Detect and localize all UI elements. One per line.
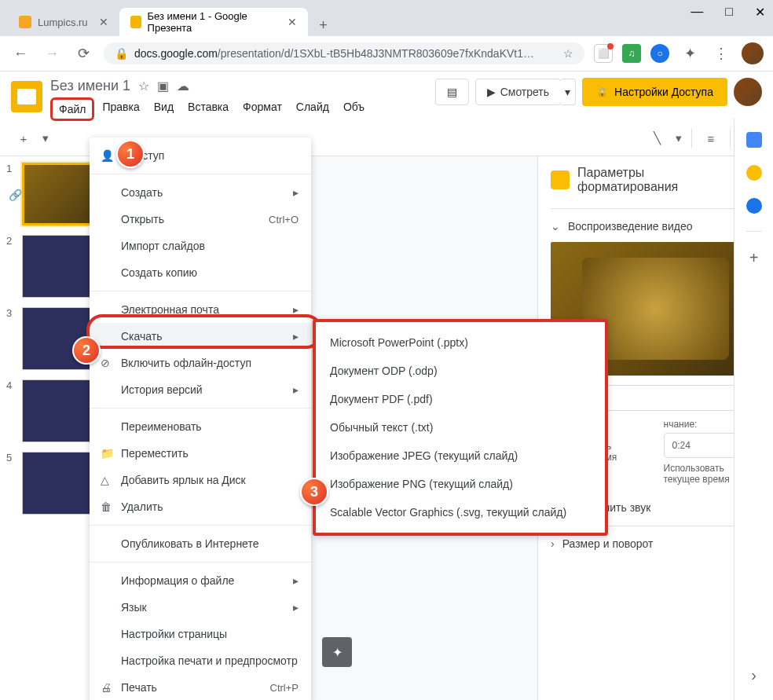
menu-insert[interactable]: Вставка bbox=[181, 97, 235, 121]
new-slide-button[interactable]: + bbox=[11, 126, 36, 151]
download-odp[interactable]: Документ ODP (.odp) bbox=[316, 357, 605, 385]
chevron-right-icon: › bbox=[551, 537, 555, 550]
slides-logo-icon[interactable] bbox=[11, 81, 42, 112]
menu-slide[interactable]: Слайд bbox=[290, 97, 335, 121]
slide-number: 3 bbox=[6, 307, 16, 370]
keep-app-icon[interactable] bbox=[746, 165, 762, 181]
nav-forward[interactable]: → bbox=[41, 42, 63, 64]
new-slide-dd[interactable]: ▾ bbox=[39, 126, 52, 151]
print-icon: 🖨 bbox=[101, 681, 112, 694]
menu-download[interactable]: Скачать▸ bbox=[90, 323, 311, 350]
annotation-badge-3: 3 bbox=[300, 478, 328, 506]
win-minimize[interactable]: — bbox=[691, 5, 703, 20]
menu-move[interactable]: 📁Переместить bbox=[90, 440, 311, 467]
win-close[interactable]: ✕ bbox=[755, 5, 765, 20]
tab-close-icon[interactable]: ✕ bbox=[99, 16, 108, 28]
arrow-icon: ▸ bbox=[293, 574, 299, 587]
present-dropdown[interactable]: ▾ bbox=[560, 79, 576, 105]
collapse-panel-icon[interactable]: › bbox=[751, 666, 757, 684]
menu-print-setup[interactable]: Настройка печати и предпросмотр bbox=[90, 647, 311, 674]
panel-title: Параметры форматирования bbox=[577, 166, 741, 194]
menu-rename[interactable]: Переименовать bbox=[90, 413, 311, 440]
explore-button[interactable]: ✦ bbox=[322, 637, 352, 667]
download-pdf[interactable]: Документ PDF (.pdf) bbox=[316, 385, 605, 413]
tab-close-icon[interactable]: ✕ bbox=[288, 16, 297, 28]
separator bbox=[691, 129, 692, 148]
menu-history[interactable]: История версий▸ bbox=[90, 376, 311, 403]
menu-delete[interactable]: 🗑Удалить bbox=[90, 493, 311, 520]
slides-header: Без имени 1 ☆ ▣ ☁ Файл Правка Вид Вставк… bbox=[0, 71, 773, 121]
browser-tab-strip: Lumpics.ru ✕ Без имени 1 - Google Презен… bbox=[0, 0, 773, 36]
line-dd[interactable]: ▾ bbox=[672, 126, 685, 151]
profile-avatar[interactable] bbox=[742, 42, 764, 64]
menu-make-copy[interactable]: Создать копию bbox=[90, 259, 311, 286]
section-label: Воспроизведение видео bbox=[568, 220, 692, 233]
menu-page-setup[interactable]: Настройки страницы bbox=[90, 621, 311, 647]
menu-open[interactable]: ОткрытьCtrl+O bbox=[90, 206, 311, 233]
shortcut: Ctrl+P bbox=[270, 682, 299, 694]
section-size-rotation[interactable]: › Размер и поворот bbox=[551, 537, 760, 550]
calendar-app-icon[interactable] bbox=[746, 132, 762, 148]
menu-import-slides[interactable]: Импорт слайдов bbox=[90, 233, 311, 259]
star-icon[interactable]: ☆ bbox=[138, 79, 149, 93]
lock-icon: 🔒 bbox=[596, 86, 608, 97]
section-video-playback[interactable]: ⌄ Воспроизведение видео bbox=[551, 220, 760, 233]
tab-lumpics[interactable]: Lumpics.ru ✕ bbox=[8, 8, 119, 36]
address-bar: ← → ⟳ 🔒 docs.google.com/presentation/d/1… bbox=[0, 36, 773, 71]
menu-create[interactable]: Создать▸ bbox=[90, 179, 311, 206]
bookmark-star-icon[interactable]: ☆ bbox=[563, 47, 573, 60]
menu-language[interactable]: Язык▸ bbox=[90, 594, 311, 621]
browser-menu-icon[interactable]: ⋮ bbox=[710, 42, 732, 64]
menu-edit[interactable]: Правка bbox=[96, 97, 145, 121]
menu-format[interactable]: Формат bbox=[236, 97, 288, 121]
document-title[interactable]: Без имени 1 bbox=[50, 78, 130, 94]
extension-3-icon[interactable]: ○ bbox=[650, 44, 669, 63]
win-maximize[interactable]: □ bbox=[725, 5, 733, 20]
menu-print[interactable]: 🖨ПечатьCtrl+P bbox=[90, 674, 311, 700]
slide-number: 4 bbox=[6, 379, 16, 442]
share-label: Настройки Доступа bbox=[614, 86, 713, 98]
menu-file[interactable]: Файл bbox=[50, 97, 94, 121]
favicon-lumpics bbox=[19, 16, 31, 28]
shortcut: Ctrl+O bbox=[269, 214, 299, 225]
account-avatar[interactable] bbox=[734, 78, 762, 106]
extension-2-icon[interactable]: ♫ bbox=[622, 44, 641, 63]
annotation-badge-1: 1 bbox=[116, 140, 145, 168]
present-button[interactable]: ▶ Смотреть bbox=[475, 79, 561, 105]
align-icon[interactable]: ≡ bbox=[698, 126, 724, 151]
menu-publish[interactable]: Опубликовать в Интернете bbox=[90, 530, 311, 557]
tasks-app-icon[interactable] bbox=[746, 198, 762, 214]
download-txt[interactable]: Обычный текст (.txt) bbox=[316, 413, 605, 442]
nav-back[interactable]: ← bbox=[9, 42, 31, 64]
file-menu-dropdown: 👤ь доступ Создать▸ ОткрытьCtrl+O Импорт … bbox=[90, 137, 311, 700]
menu-info[interactable]: Информация о файле▸ bbox=[90, 567, 311, 594]
share-icon: 👤 bbox=[101, 149, 114, 162]
download-jpeg[interactable]: Изображение JPEG (текущий слайд) bbox=[316, 442, 605, 470]
line-tool-icon[interactable]: ╲ bbox=[644, 126, 669, 151]
download-pptx[interactable]: Microsoft PowerPoint (.pptx) bbox=[316, 328, 605, 357]
nav-reload[interactable]: ⟳ bbox=[72, 42, 94, 64]
download-svg[interactable]: Scalable Vector Graphics (.svg, текущий … bbox=[316, 498, 605, 526]
drive-icon: △ bbox=[101, 474, 109, 486]
side-app-bar: + › bbox=[734, 118, 773, 700]
extensions-puzzle-icon[interactable]: ✦ bbox=[679, 42, 701, 64]
menu-view[interactable]: Вид bbox=[148, 97, 180, 121]
extension-1-icon[interactable]: ⬜ bbox=[594, 44, 613, 63]
share-button[interactable]: 🔒 Настройки Доступа bbox=[582, 78, 727, 106]
move-icon[interactable]: ▣ bbox=[157, 79, 169, 93]
new-tab-button[interactable]: + bbox=[313, 14, 335, 36]
cloud-status-icon: ☁ bbox=[177, 79, 189, 93]
menu-email[interactable]: Электронная почта▸ bbox=[90, 296, 311, 323]
add-app-icon[interactable]: + bbox=[749, 249, 759, 267]
url-input[interactable]: 🔒 docs.google.com/presentation/d/1SXbL-t… bbox=[104, 42, 584, 64]
download-png[interactable]: Изображение PNG (текущий слайд) bbox=[316, 470, 605, 498]
menu-arrange[interactable]: Объ bbox=[337, 97, 371, 121]
menu-add-shortcut[interactable]: △Добавить ярлык на Диск bbox=[90, 467, 311, 493]
menu-offline[interactable]: ⊘Включить офлайн-доступ bbox=[90, 350, 311, 376]
trash-icon: 🗑 bbox=[101, 500, 112, 513]
comments-button[interactable]: ▤ bbox=[435, 79, 469, 105]
slide-number: 2 bbox=[6, 235, 16, 298]
chevron-down-icon: ⌄ bbox=[551, 220, 560, 233]
tab-slides[interactable]: Без имени 1 - Google Презента ✕ bbox=[119, 8, 308, 36]
tab-title: Lumpics.ru bbox=[38, 16, 88, 28]
